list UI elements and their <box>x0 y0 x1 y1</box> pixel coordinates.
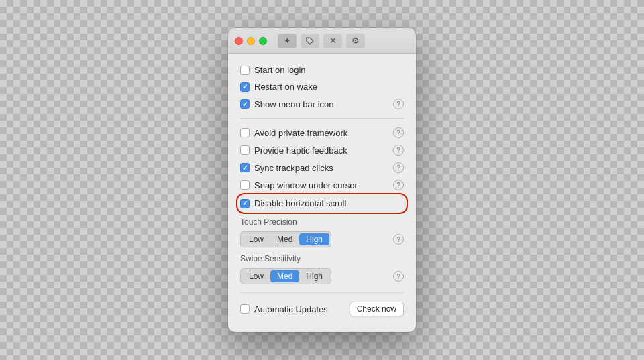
divider-1 <box>240 118 404 119</box>
touch-precision-med[interactable]: Med <box>270 233 299 245</box>
swipe-sensitivity-low[interactable]: Low <box>242 270 270 282</box>
checkbox-start-on-login[interactable] <box>240 66 250 75</box>
titlebar: ✦ ✕ ⚙ <box>228 28 416 54</box>
label-start-on-login: Start on login <box>254 65 404 75</box>
minimize-button[interactable] <box>247 37 255 45</box>
label-auto-updates: Automatic Updates <box>254 304 345 314</box>
option-sync-trackpad: Sync trackpad clicks ? <box>240 159 404 176</box>
settings-content: Start on login Restart on wake Show menu… <box>228 54 416 332</box>
check-now-button[interactable]: Check now <box>350 302 404 316</box>
option-auto-updates: Automatic Updates Check now <box>240 298 404 320</box>
close-button[interactable] <box>235 37 243 45</box>
swipe-sensitivity-med[interactable]: Med <box>270 270 299 282</box>
help-snap-window[interactable]: ? <box>393 180 404 190</box>
label-avoid-private: Avoid private framework <box>254 128 388 138</box>
maximize-button[interactable] <box>259 37 267 45</box>
checkbox-auto-updates[interactable] <box>240 304 250 314</box>
label-haptic-feedback: Provide haptic feedback <box>254 145 388 156</box>
help-swipe-sensitivity[interactable]: ? <box>393 271 404 282</box>
label-disable-hscroll: Disable horizontal scroll <box>254 198 404 208</box>
option-snap-window: Snap window under cursor ? <box>240 176 404 194</box>
option-disable-hscroll: Disable horizontal scroll <box>240 195 404 212</box>
checkbox-show-menu-bar[interactable] <box>240 99 250 109</box>
checkbox-avoid-private[interactable] <box>240 128 250 137</box>
swipe-sensitivity-high[interactable]: High <box>299 270 329 282</box>
key-tab-icon[interactable]: ✕ <box>323 34 342 48</box>
option-show-menu-bar: Show menu bar icon ? <box>240 95 404 113</box>
settings-window: ✦ ✕ ⚙ Start on login Restart on wake Sho… <box>228 28 416 332</box>
option-restart-on-wake: Restart on wake <box>240 78 404 95</box>
label-sync-trackpad: Sync trackpad clicks <box>254 163 388 173</box>
checkbox-disable-hscroll[interactable] <box>240 199 250 208</box>
tag-tab-icon[interactable] <box>301 34 319 48</box>
traffic-lights <box>235 37 267 45</box>
touch-precision-control: Low Med High ? <box>240 229 404 250</box>
help-avoid-private[interactable]: ? <box>393 127 404 138</box>
swipe-sensitivity-segmented: Low Med High <box>240 268 331 284</box>
touch-precision-high[interactable]: High <box>299 233 329 245</box>
touch-precision-label: Touch Precision <box>240 217 404 227</box>
cursor-tab-icon[interactable]: ✦ <box>278 34 297 48</box>
divider-2 <box>240 292 404 293</box>
checkbox-restart-on-wake[interactable] <box>240 82 250 92</box>
swipe-sensitivity-control: Low Med High ? <box>240 265 404 287</box>
option-start-on-login: Start on login <box>240 62 404 78</box>
help-haptic-feedback[interactable]: ? <box>393 145 404 156</box>
label-show-menu-bar: Show menu bar icon <box>254 99 388 109</box>
checkbox-snap-window[interactable] <box>240 180 250 190</box>
label-snap-window: Snap window under cursor <box>254 180 388 190</box>
checkbox-sync-trackpad[interactable] <box>240 163 250 172</box>
gear-tab-icon[interactable]: ⚙ <box>346 34 365 48</box>
help-sync-trackpad[interactable]: ? <box>393 162 404 173</box>
swipe-sensitivity-label: Swipe Sensitivity <box>240 254 404 263</box>
help-touch-precision[interactable]: ? <box>393 234 404 245</box>
touch-precision-low[interactable]: Low <box>242 233 270 245</box>
option-haptic-feedback: Provide haptic feedback ? <box>240 141 404 159</box>
option-avoid-private: Avoid private framework ? <box>240 124 404 141</box>
label-restart-on-wake: Restart on wake <box>254 82 404 92</box>
titlebar-icons: ✦ ✕ ⚙ <box>278 34 365 48</box>
checkbox-haptic-feedback[interactable] <box>240 145 250 155</box>
help-show-menu-bar[interactable]: ? <box>393 99 404 109</box>
touch-precision-segmented: Low Med High <box>240 231 331 247</box>
